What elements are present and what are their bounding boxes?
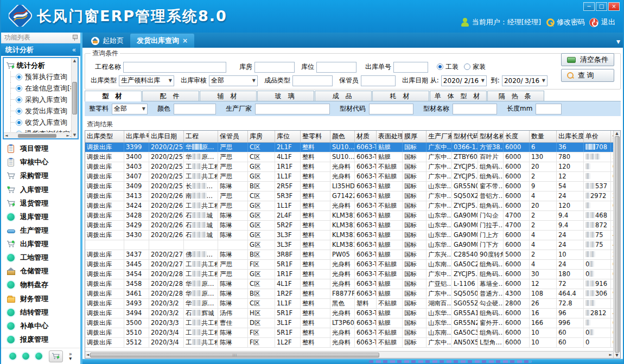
close-button[interactable]: × bbox=[608, 2, 620, 11]
profile-name-input[interactable] bbox=[453, 104, 497, 114]
material-tab-2[interactable]: 配 件 bbox=[142, 91, 199, 101]
maximize-button[interactable]: □ bbox=[596, 2, 607, 11]
audit-select[interactable]: 全部▼ bbox=[209, 75, 258, 86]
tree-item[interactable]: 收货入库查询 bbox=[6, 117, 71, 128]
table-row[interactable]: 调拨出库34292020/2/26石城陈琳G区5R2F整料KLM38176063… bbox=[85, 221, 613, 231]
search-button[interactable]: 查 询 bbox=[561, 69, 614, 82]
order-no-input[interactable] bbox=[393, 62, 428, 73]
sidebar-item-补单中心[interactable]: 补单中心 bbox=[7, 320, 80, 333]
sidebar-item-退货管理[interactable]: 退货管理 bbox=[7, 197, 80, 210]
material-tab-6[interactable]: 耗 材 bbox=[372, 91, 429, 101]
tree-item[interactable]: 发货出库查询 bbox=[6, 105, 71, 117]
table-row[interactable]: 调拨出库34092020/2/25长…陈琳B区2R5F整料LI35HD6063-… bbox=[85, 182, 613, 191]
teal-dot-icon[interactable] bbox=[22, 353, 29, 360]
column-header[interactable]: 出库类型 bbox=[85, 131, 124, 142]
table-row[interactable]: 调拨出库35122020/3/4工共工程陈琳F区1L2F整料光身料6063-T5… bbox=[85, 338, 613, 348]
out-type-select[interactable]: 生产领料出库▼ bbox=[119, 75, 174, 86]
tree-item[interactable]: 在途信息查询[待 bbox=[6, 82, 71, 94]
tree-item[interactable]: 采购入库查询 bbox=[6, 94, 71, 105]
sidebar-item-审核中心[interactable]: 审核中心 bbox=[7, 156, 80, 169]
table-row[interactable]: 调拨出库34282020/2/26石城陈琳G区2L4F整料KLM38176063… bbox=[85, 211, 613, 221]
column-header[interactable]: 数量 bbox=[530, 131, 557, 142]
sidebar-item-财务管理[interactable]: 财务管理 bbox=[7, 292, 80, 305]
column-header[interactable]: 出库日期 bbox=[149, 131, 184, 142]
tab-shipment-outbound-query[interactable]: 发货出库查询 × bbox=[130, 34, 194, 48]
manufacturer-input[interactable] bbox=[255, 104, 330, 114]
table-row[interactable]: 调拨出库34612020/2/28华原…陈琳B区1R2F整料F8877FT606… bbox=[85, 289, 613, 299]
teal-dot-icon[interactable] bbox=[35, 353, 42, 360]
collapse-icon[interactable]: « bbox=[72, 46, 76, 54]
column-header[interactable]: 库房 bbox=[248, 131, 275, 142]
clear-conditions-button[interactable]: 清空条件 bbox=[561, 53, 614, 66]
table-row[interactable]: 调拨出库34542020/2/28工共工程严思G区1R1F整料光身料6063-T… bbox=[85, 270, 613, 279]
table-row[interactable]: 调拨出库35002020/3/3工共工程曹佳D区3L1F整料LT3P606063… bbox=[85, 318, 613, 328]
column-header[interactable]: 出库长度 bbox=[557, 131, 584, 142]
column-header[interactable]: 保管员 bbox=[218, 131, 248, 142]
material-tab-5[interactable]: 成 品 bbox=[315, 91, 372, 101]
column-header[interactable]: 材质 bbox=[355, 131, 377, 142]
table-row[interactable]: 调拨出库34032020/2/25工共工程严思G区1R1F整料光身料6063-T… bbox=[85, 162, 613, 172]
color-input[interactable] bbox=[174, 104, 216, 114]
column-header[interactable]: 表面处理 bbox=[377, 131, 403, 142]
column-header[interactable]: 单价 bbox=[584, 131, 611, 142]
minimize-button[interactable]: − bbox=[583, 2, 595, 11]
project-name-input[interactable] bbox=[123, 62, 226, 73]
location-input[interactable] bbox=[316, 62, 356, 73]
warehouse-input[interactable] bbox=[254, 62, 295, 73]
sidebar-item-仓储管理[interactable]: 仓储管理 bbox=[7, 265, 80, 278]
pin-icon[interactable] bbox=[72, 35, 77, 41]
product-type-input[interactable] bbox=[292, 75, 333, 86]
more-menus-button[interactable]: »▾ bbox=[69, 352, 72, 361]
sidebar-item-报废管理[interactable]: 报废管理 bbox=[7, 333, 80, 346]
tab-home[interactable]: 起始页 bbox=[85, 34, 130, 48]
sidebar-item-出库管理[interactable]: 出库管理 bbox=[7, 238, 80, 251]
material-tab-4[interactable]: 玻 璃 bbox=[257, 91, 314, 101]
date-to-select[interactable]: 2020/ 3/16▼ bbox=[502, 75, 547, 86]
change-password-button[interactable]: 修改密码 bbox=[545, 17, 585, 27]
section-header[interactable]: 统计分析 « bbox=[1, 43, 80, 56]
teal-dot-icon[interactable] bbox=[9, 353, 16, 360]
sidebar-item-项目管理[interactable]: 项目管理 bbox=[7, 142, 80, 155]
length-input[interactable] bbox=[536, 104, 562, 114]
column-header[interactable]: 生产厂家 bbox=[426, 131, 452, 142]
tree-horizontal-scrollbar[interactable]: ◄► bbox=[4, 132, 71, 138]
tree-vertical-scrollbar[interactable]: ▲▼ bbox=[71, 58, 78, 138]
sidebar-item-退库管理[interactable]: 退库管理 bbox=[7, 210, 80, 223]
material-tab-3[interactable]: 辅 材 bbox=[200, 91, 257, 101]
table-vertical-scrollbar[interactable]: ▲▼ bbox=[613, 131, 620, 358]
table-row[interactable]: 调拨出库34002020/2/25华原…严思C区4L1F整料SU10…6063-… bbox=[85, 152, 613, 162]
tree-item[interactable]: 预算执行查询 bbox=[6, 71, 71, 82]
column-header[interactable]: 型材名称 bbox=[478, 131, 504, 142]
radio-家装[interactable]: 家装 bbox=[464, 62, 486, 72]
table-row[interactable]: 调拨出库34242020/2/26工共工程严思G区1L1F整料光身料6063-T… bbox=[85, 201, 613, 211]
sidebar-item-采购管理[interactable]: 采购管理 bbox=[7, 169, 80, 182]
whole-part-select[interactable]: 全部▼ bbox=[112, 104, 148, 114]
table-row[interactable]: 调拨出库34942020/3/2石辉城汤伟H区5R1F整料光身料6063-T5贴… bbox=[85, 309, 613, 318]
tab-list-dropdown-icon[interactable]: ▼ bbox=[616, 39, 620, 44]
table-horizontal-scrollbar[interactable]: ◄lll► bbox=[85, 351, 613, 358]
table-row[interactable]: 调拨出库34072020/2/25工共工程严思G区1L1F整料光身料6063-T… bbox=[85, 172, 613, 182]
profile-code-input[interactable] bbox=[369, 104, 413, 114]
table-row[interactable]: 调拨出库35102020/3/4工共工程陈琳F区5R1F整料光身料6063-T5… bbox=[85, 328, 613, 338]
material-tab-7[interactable]: 单 体 型 材 bbox=[430, 91, 487, 101]
sidebar-item-入库管理[interactable]: 入库管理 bbox=[7, 183, 80, 196]
radio-工装[interactable]: 工装 bbox=[437, 62, 459, 72]
column-header[interactable]: 膜厚 bbox=[403, 131, 426, 142]
table-row[interactable]: 调拨出库34302020/2/26石城陈琳G区3L3F整料KLM38176063… bbox=[85, 231, 613, 240]
sidebar-item-生产管理[interactable]: 生产管理 bbox=[7, 224, 80, 237]
table-row[interactable]: G区3L3F整料KLM38176063-T5贴膜国标山东华…GA90M09.门下… bbox=[85, 240, 613, 250]
table-row[interactable]: 调拨出库34372020/2/27佛…陈琳B区3R8F整料PW056063-T5… bbox=[85, 250, 613, 260]
material-tab-1[interactable]: 型 材 bbox=[85, 91, 142, 101]
column-header[interactable]: 出库单号 bbox=[124, 131, 149, 142]
table-row[interactable]: 调拨出库34932020/3/2华原…陈琳C区1L1F整料黑色塑料不贴膜国标湖南… bbox=[85, 299, 613, 309]
column-header[interactable]: 库位 bbox=[275, 131, 301, 142]
column-header[interactable]: 整零料 bbox=[301, 131, 330, 142]
column-header[interactable]: 工程 bbox=[184, 131, 218, 142]
tab-close-icon[interactable]: × bbox=[182, 37, 188, 44]
sidebar-item-工地管理[interactable]: 工地管理 bbox=[7, 251, 80, 264]
column-header[interactable]: 颜色 bbox=[330, 131, 355, 142]
date-from-select[interactable]: 2020/ 2/16▼ bbox=[441, 75, 487, 86]
table-row[interactable]: 调拨出库34582020/2/28华原…陈琳C区4L1F整料光身料6063-T5… bbox=[85, 279, 613, 289]
material-tab-8[interactable]: 隔 热 条 bbox=[487, 91, 544, 101]
logout-button[interactable]: 退出 bbox=[589, 17, 615, 27]
